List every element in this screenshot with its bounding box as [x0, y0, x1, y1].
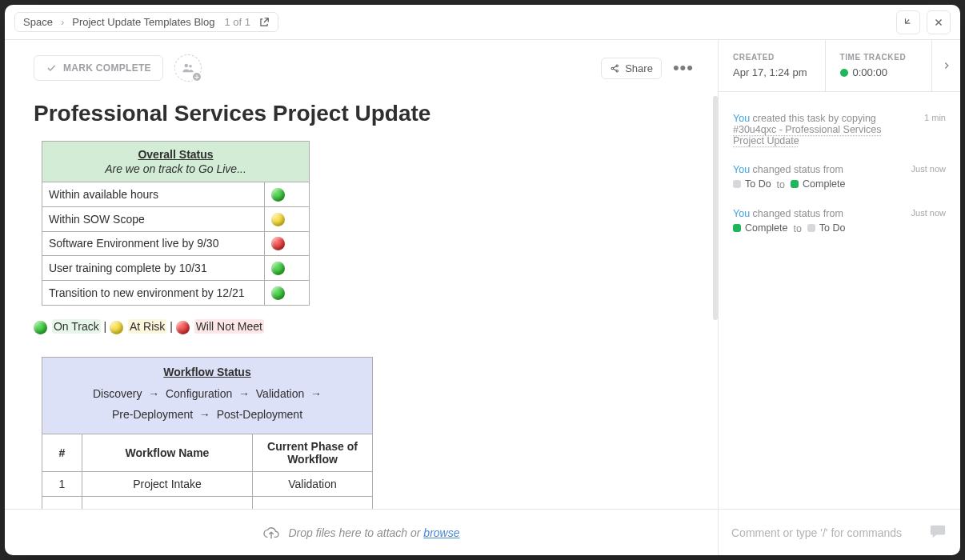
wf-num: 1: [42, 471, 82, 496]
legend-at-risk: At Risk: [128, 319, 166, 334]
comment-input[interactable]: [731, 526, 920, 539]
open-external-icon[interactable]: [258, 17, 270, 28]
scrollbar[interactable]: [713, 96, 718, 320]
overall-status-table: Overall Status Are we on track to Go Liv…: [42, 141, 310, 306]
activity-item: Just now You changed status from Complet…: [733, 208, 946, 234]
assignee-add[interactable]: +: [174, 54, 202, 82]
dot-green-icon: [271, 188, 285, 202]
svg-point-4: [616, 70, 618, 71]
sep: |: [104, 320, 110, 333]
drop-text: Drop files here to attach or: [288, 526, 423, 539]
stage: Configuration: [166, 387, 232, 400]
status-label: Within available hours: [42, 182, 265, 207]
wf-name: [82, 496, 253, 509]
plus-icon: +: [191, 71, 202, 82]
activity-text: created this task by copying: [750, 113, 876, 124]
to-word: to: [793, 223, 801, 234]
browse-link[interactable]: browse: [423, 526, 459, 539]
activity: 1 min You created this task by copying #…: [719, 92, 960, 509]
table-header-row: # Workflow Name Current Phase of Workflo…: [42, 434, 373, 471]
overall-header: Overall Status Are we on track to Go Liv…: [42, 142, 310, 182]
task-header: MARK COMPLETE + Share •••: [5, 40, 718, 96]
topbar: Space › Project Update Templates Blog 1 …: [5, 5, 960, 40]
stage: Validation: [256, 387, 304, 400]
table-row: Transition to new environment by 12/21: [42, 281, 310, 306]
mark-complete-button[interactable]: MARK COMPLETE: [34, 55, 163, 81]
dot-green-icon: [34, 321, 47, 334]
status-label: To Do: [745, 178, 771, 190]
body: MARK COMPLETE + Share ••• Professional S…: [5, 40, 960, 509]
dropzone[interactable]: Drop files here to attach or browse: [5, 510, 719, 555]
meta-time-label: TIME TRACKED: [840, 53, 918, 62]
legend: On Track | At Risk | Will Not Meet: [34, 320, 689, 334]
breadcrumb-root[interactable]: Space: [23, 16, 53, 28]
status-label: User training complete by 10/31: [42, 256, 265, 281]
activity-text: changed status from: [750, 208, 843, 219]
activity-user[interactable]: You: [733, 113, 750, 124]
activity-text: changed status from: [750, 164, 843, 175]
wf-phase: [253, 496, 373, 509]
svg-point-1: [189, 65, 192, 68]
activity-user[interactable]: You: [733, 208, 750, 219]
status-label: Software Environment live by 9/30: [42, 231, 265, 256]
task-title[interactable]: Professional Services Project Update: [34, 101, 689, 126]
comment-box[interactable]: [719, 510, 960, 555]
expand-sidebar[interactable]: [931, 40, 960, 91]
stage: Post-Deployment: [217, 408, 302, 421]
dot-red-icon: [176, 321, 190, 334]
svg-point-2: [611, 67, 613, 69]
status-from: To Do: [733, 178, 771, 190]
status-to: Complete: [791, 178, 846, 190]
stage: Pre-Deployment: [112, 408, 193, 421]
comment-icon[interactable]: [928, 522, 947, 542]
overall-sub: Are we on track to Go Live...: [49, 162, 302, 175]
share-label: Share: [625, 62, 653, 74]
status-indicator: [265, 256, 310, 281]
workflow-heading: Workflow Status: [50, 366, 364, 378]
sep: |: [170, 320, 176, 333]
meta-time-tracked[interactable]: TIME TRACKED 0:00:00: [825, 40, 932, 91]
status-indicator: [265, 281, 310, 306]
status-to: To Do: [807, 222, 846, 234]
record-icon: [840, 69, 848, 77]
stage: Discovery: [93, 387, 142, 400]
table-row: Within SOW Scope: [42, 206, 310, 231]
table-row: [42, 496, 373, 509]
status-label: Complete: [803, 178, 846, 190]
breadcrumb-page[interactable]: Project Update Templates Blog: [72, 16, 214, 28]
overall-heading: Overall Status: [49, 148, 302, 161]
header-right: Share •••: [601, 58, 694, 79]
legend-will-not-meet: Will Not Meet: [194, 319, 264, 334]
status-indicator: [265, 231, 310, 256]
status-label: Within SOW Scope: [42, 206, 265, 231]
workflow-stages: Discovery → Configuration → Validation →…: [50, 383, 364, 426]
time-value: 0:00:00: [853, 66, 887, 78]
main: MARK COMPLETE + Share ••• Professional S…: [5, 40, 719, 509]
meta-created: CREATED Apr 17, 1:24 pm: [719, 40, 825, 91]
close-button[interactable]: [927, 10, 951, 34]
activity-link[interactable]: #30u4qxc - Professional Services Project…: [733, 124, 882, 146]
activity-user[interactable]: You: [733, 164, 750, 175]
meta-time-value: 0:00:00: [840, 66, 918, 78]
mark-complete-label: MARK COMPLETE: [63, 62, 151, 74]
table-row: User training complete by 10/31: [42, 256, 310, 281]
dot-green-icon: [271, 262, 285, 275]
task-modal: Space › Project Update Templates Blog 1 …: [5, 5, 960, 555]
square-icon: [791, 180, 799, 188]
minimize-button[interactable]: [896, 10, 920, 34]
wf-name: Project Intake: [82, 471, 253, 496]
share-button[interactable]: Share: [601, 58, 662, 79]
table-row: 1 Project Intake Validation: [42, 471, 373, 496]
status-indicator: [265, 182, 310, 207]
dot-yellow-icon: [271, 213, 285, 226]
table-row: Within available hours: [42, 182, 310, 207]
breadcrumb[interactable]: Space › Project Update Templates Blog 1 …: [14, 12, 278, 32]
status-indicator: [265, 206, 310, 231]
col-name: Workflow Name: [82, 434, 253, 471]
legend-on-track: On Track: [52, 319, 101, 334]
table-row: Software Environment live by 9/30: [42, 231, 310, 256]
dot-red-icon: [271, 237, 285, 250]
svg-point-0: [184, 64, 188, 68]
more-menu[interactable]: •••: [673, 58, 694, 78]
activity-time: Just now: [911, 164, 946, 174]
